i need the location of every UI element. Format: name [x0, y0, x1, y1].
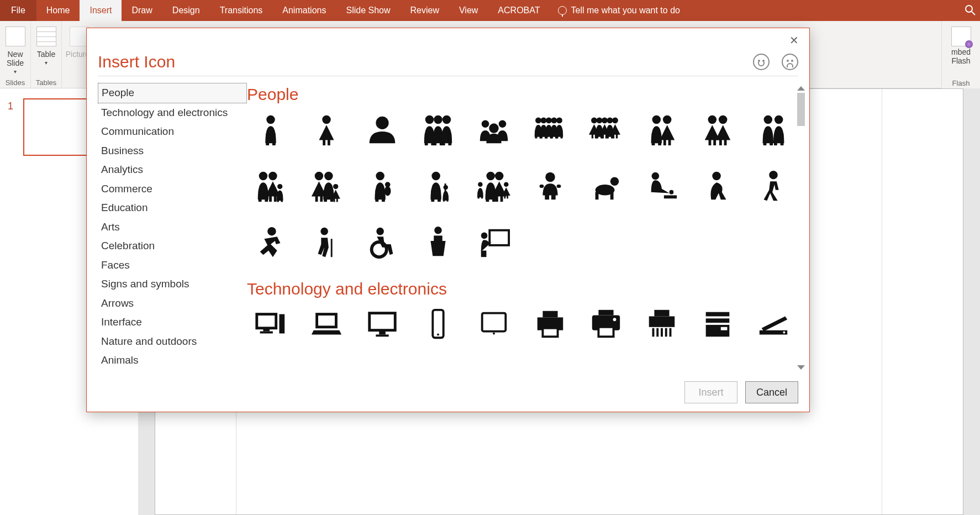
- tab-view[interactable]: View: [449, 0, 488, 21]
- wheelchair-icon[interactable]: [359, 222, 405, 262]
- scrollbar[interactable]: [796, 86, 806, 370]
- person-woman-icon[interactable]: [303, 109, 350, 149]
- baby-icon[interactable]: [526, 166, 573, 206]
- category-item-arrows[interactable]: Arrows: [98, 294, 247, 313]
- svg-rect-134: [256, 314, 276, 328]
- svg-rect-162: [706, 325, 730, 337]
- category-item-education[interactable]: Education: [98, 198, 247, 218]
- tab-design[interactable]: Design: [162, 0, 210, 21]
- laptop-icon[interactable]: [303, 304, 350, 344]
- close-button[interactable]: ✕: [785, 31, 803, 49]
- category-list[interactable]: PeopleTechnology and electronicsCommunic…: [98, 83, 247, 373]
- svg-point-72: [268, 172, 277, 181]
- svg-rect-67: [774, 134, 777, 145]
- tab-transitions[interactable]: Transitions: [210, 0, 273, 21]
- scroll-down-icon[interactable]: [797, 365, 805, 370]
- couple-mm-icon[interactable]: [750, 109, 797, 149]
- tab-draw[interactable]: Draw: [122, 0, 162, 21]
- category-item-interface[interactable]: Interface: [98, 313, 247, 332]
- category-item-business[interactable]: Business: [98, 141, 247, 161]
- group-three-icon[interactable]: [415, 109, 462, 149]
- search-icon[interactable]: [963, 3, 977, 17]
- copier-icon[interactable]: [694, 304, 741, 344]
- teacher-board-icon[interactable]: [471, 222, 518, 262]
- shredder-icon[interactable]: [638, 304, 685, 344]
- table-button[interactable]: Table ▾: [34, 24, 59, 68]
- elderly-walk-icon[interactable]: [303, 222, 350, 262]
- monitor-icon[interactable]: [359, 304, 405, 344]
- embed-flash-button[interactable]: mbed Flash: [949, 24, 973, 67]
- tablet-icon[interactable]: [471, 304, 518, 344]
- category-item-animals[interactable]: Animals: [98, 351, 247, 370]
- podium-speaker-icon[interactable]: [415, 222, 462, 262]
- running-icon[interactable]: [247, 222, 294, 262]
- svg-rect-77: [281, 195, 282, 202]
- svg-point-125: [267, 227, 276, 236]
- smartphone-icon[interactable]: [415, 304, 462, 344]
- category-item-commerce[interactable]: Commerce: [98, 180, 247, 199]
- group-five-mixed-icon[interactable]: [582, 109, 629, 149]
- svg-rect-43: [602, 134, 604, 138]
- feedback-sad-icon[interactable]: [782, 54, 798, 70]
- svg-point-96: [444, 185, 449, 190]
- insert-button[interactable]: Insert: [684, 381, 737, 403]
- svg-point-81: [324, 172, 333, 181]
- tab-insert[interactable]: Insert: [80, 0, 122, 21]
- icon-scroll-area[interactable]: PeopleTechnology and electronics: [247, 83, 797, 373]
- printer-1-icon[interactable]: [526, 304, 573, 344]
- category-item-signs-and-symbols[interactable]: Signs and symbols: [98, 275, 247, 294]
- cancel-button[interactable]: Cancel: [745, 381, 798, 403]
- feedback-happy-icon[interactable]: [753, 54, 770, 70]
- printer-2-icon[interactable]: [582, 304, 629, 344]
- tab-home[interactable]: Home: [36, 0, 80, 21]
- tab-review[interactable]: Review: [401, 0, 449, 21]
- scroll-up-icon[interactable]: [797, 86, 805, 91]
- tab-acrobat[interactable]: ACROBAT: [488, 0, 550, 21]
- elderly-cane-icon[interactable]: [415, 166, 462, 206]
- person-bust-icon[interactable]: [359, 109, 405, 149]
- svg-rect-28: [545, 130, 547, 139]
- category-item-communication[interactable]: Communication: [98, 122, 247, 141]
- scroll-thumb[interactable]: [797, 93, 805, 126]
- tab-animations[interactable]: Animations: [272, 0, 336, 21]
- diaper-change-icon[interactable]: [638, 166, 685, 206]
- svg-point-60: [719, 115, 728, 124]
- category-item-nature-and-outdoors[interactable]: Nature and outdoors: [98, 332, 247, 351]
- desktop-pc-icon[interactable]: [247, 304, 294, 344]
- group-five-adults-icon[interactable]: [526, 109, 573, 149]
- svg-rect-155: [652, 328, 655, 337]
- person-man-icon[interactable]: [247, 109, 294, 149]
- tab-file[interactable]: File: [0, 0, 36, 21]
- crouching-icon[interactable]: [694, 166, 741, 206]
- group-tables: Table ▾ Tables: [31, 21, 62, 88]
- family-2-icon[interactable]: [303, 166, 350, 206]
- couple-mf-icon[interactable]: [638, 109, 685, 149]
- scanner-icon[interactable]: [750, 304, 797, 344]
- svg-point-91: [384, 186, 391, 196]
- new-slide-button[interactable]: New Slide ▾: [3, 24, 28, 77]
- group-meeting-icon[interactable]: [471, 109, 518, 149]
- family-kids-icon[interactable]: [471, 166, 518, 206]
- crawling-icon[interactable]: [582, 166, 629, 206]
- scroll-track[interactable]: [797, 93, 805, 363]
- parent-baby-icon[interactable]: [359, 166, 405, 206]
- insert-icon-dialog: ✕ Insert Icon PeopleTechnology and elect…: [86, 28, 810, 412]
- new-slide-label: New Slide: [7, 50, 24, 67]
- svg-rect-55: [663, 139, 666, 145]
- category-item-faces[interactable]: Faces: [98, 256, 247, 275]
- couple-ff-icon[interactable]: [694, 109, 741, 149]
- category-item-celebration[interactable]: Celebration: [98, 237, 247, 256]
- category-item-technology-and-electronics[interactable]: Technology and electronics: [98, 103, 247, 123]
- category-item-people[interactable]: People: [98, 83, 247, 103]
- svg-point-75: [277, 184, 282, 189]
- walking-icon[interactable]: [750, 166, 797, 206]
- category-item-arts[interactable]: Arts: [98, 218, 247, 237]
- tell-me-search[interactable]: Tell me what you want to do: [558, 0, 680, 21]
- category-item-analytics[interactable]: Analytics: [98, 160, 247, 180]
- svg-point-123: [713, 172, 721, 181]
- svg-rect-109: [504, 195, 506, 198]
- tab-slideshow[interactable]: Slide Show: [336, 0, 400, 21]
- svg-point-8: [376, 117, 388, 129]
- family-1-icon[interactable]: [247, 166, 294, 206]
- svg-rect-144: [482, 313, 506, 332]
